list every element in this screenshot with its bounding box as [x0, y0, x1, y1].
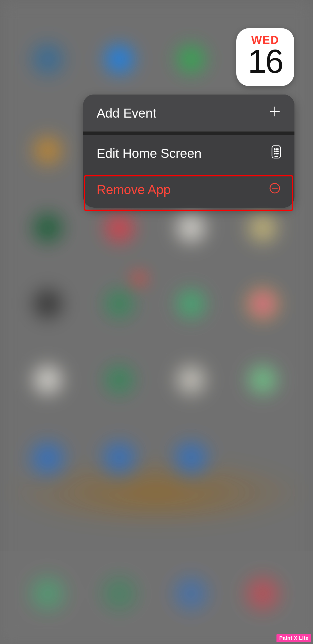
remove-app-menu-item[interactable]: Remove App — [83, 172, 294, 208]
svg-point-4 — [276, 149, 276, 149]
menu-separator — [83, 132, 294, 135]
edit-home-screen-label: Edit Home Screen — [97, 146, 201, 161]
remove-minus-circle-icon — [269, 182, 281, 198]
svg-point-6 — [274, 151, 275, 152]
svg-point-5 — [277, 149, 278, 149]
remove-app-label: Remove App — [97, 182, 171, 197]
svg-point-11 — [277, 153, 278, 154]
add-event-menu-item[interactable]: Add Event — [83, 95, 294, 132]
plus-icon — [269, 105, 281, 121]
calendar-app-icon[interactable]: WED 16 — [236, 28, 294, 86]
add-event-label: Add Event — [97, 106, 156, 121]
calendar-day-number: 16 — [248, 45, 282, 78]
svg-point-9 — [274, 153, 275, 154]
svg-point-8 — [277, 151, 278, 152]
edit-home-screen-menu-item[interactable]: Edit Home Screen — [83, 135, 294, 172]
phone-grid-icon — [271, 145, 281, 162]
context-menu: Add Event Edit Home Screen — [83, 95, 294, 208]
watermark-badge: Paint X Lite — [276, 634, 311, 642]
svg-point-10 — [276, 153, 276, 154]
dock-background — [0, 551, 313, 644]
svg-point-7 — [276, 151, 276, 152]
watermark-text: Paint X Lite — [279, 635, 309, 641]
svg-point-3 — [274, 149, 275, 149]
